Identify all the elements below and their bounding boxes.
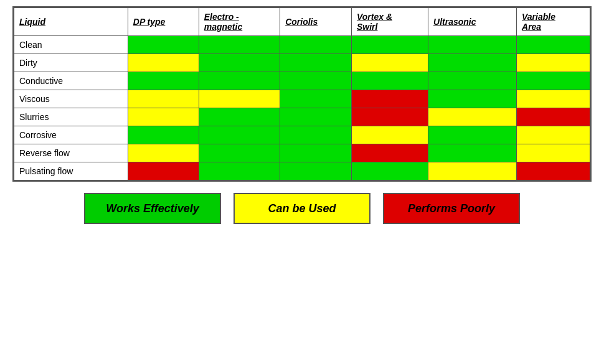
cell-2-0: [128, 72, 199, 90]
cell-4-5: [517, 108, 590, 126]
cell-1-3: [351, 54, 428, 72]
cell-5-2: [280, 126, 352, 144]
cell-0-0: [128, 36, 199, 54]
cell-6-1: [199, 144, 280, 162]
cell-0-1: [199, 36, 280, 54]
cell-1-2: [280, 54, 352, 72]
legend-performs-poorly: Performs Poorly: [383, 193, 520, 224]
header-cell-6: VariableArea: [517, 8, 590, 36]
cell-4-3: [351, 108, 428, 126]
cell-6-4: [428, 144, 517, 162]
cell-0-4: [428, 36, 517, 54]
cell-7-1: [199, 162, 280, 180]
main-table-container: LiquidDP typeElectro -magneticCoriolisVo…: [12, 6, 592, 182]
cell-0-2: [280, 36, 352, 54]
cell-1-5: [517, 54, 590, 72]
cell-3-0: [128, 90, 199, 108]
table-row: Pulsating flow: [14, 162, 590, 180]
legend-can-label: Can be Used: [268, 202, 336, 215]
cell-5-4: [428, 126, 517, 144]
table-row: Reverse flow: [14, 144, 590, 162]
cell-3-2: [280, 90, 352, 108]
cell-4-1: [199, 108, 280, 126]
cell-0-3: [351, 36, 428, 54]
legend-works-effectively: Works Effectively: [84, 193, 221, 224]
header-cell-3: Coriolis: [280, 8, 352, 36]
cell-2-3: [351, 72, 428, 90]
cell-7-2: [280, 162, 352, 180]
cell-7-0: [128, 162, 199, 180]
cell-6-3: [351, 144, 428, 162]
table-row: Viscous: [14, 90, 590, 108]
cell-5-1: [199, 126, 280, 144]
cell-2-2: [280, 72, 352, 90]
table-row: Corrosive: [14, 126, 590, 144]
cell-2-5: [517, 72, 590, 90]
cell-5-0: [128, 126, 199, 144]
legend: Works Effectively Can be Used Performs P…: [84, 193, 520, 224]
legend-can-be-used: Can be Used: [234, 193, 370, 224]
liquid-cell-5: Corrosive: [14, 126, 128, 144]
cell-3-3: [351, 90, 428, 108]
cell-4-4: [428, 108, 517, 126]
cell-2-4: [428, 72, 517, 90]
liquid-cell-3: Viscous: [14, 90, 128, 108]
table-row: Slurries: [14, 108, 590, 126]
cell-1-0: [128, 54, 199, 72]
header-cell-1: DP type: [128, 8, 199, 36]
cell-7-5: [517, 162, 590, 180]
cell-3-1: [199, 90, 280, 108]
legend-poor-label: Performs Poorly: [408, 202, 495, 215]
table-row: Dirty: [14, 54, 590, 72]
cell-2-1: [199, 72, 280, 90]
cell-4-2: [280, 108, 352, 126]
cell-0-5: [517, 36, 590, 54]
table-header-row: LiquidDP typeElectro -magneticCoriolisVo…: [14, 8, 590, 36]
cell-6-2: [280, 144, 352, 162]
legend-works-label: Works Effectively: [106, 202, 199, 215]
table-row: Clean: [14, 36, 590, 54]
cell-3-5: [517, 90, 590, 108]
header-cell-0: Liquid: [14, 8, 128, 36]
header-cell-4: Vortex &Swirl: [351, 8, 428, 36]
cell-5-3: [351, 126, 428, 144]
liquid-cell-6: Reverse flow: [14, 144, 128, 162]
liquid-cell-2: Conductive: [14, 72, 128, 90]
liquid-cell-7: Pulsating flow: [14, 162, 128, 180]
compatibility-table: LiquidDP typeElectro -magneticCoriolisVo…: [14, 7, 590, 180]
liquid-cell-0: Clean: [14, 36, 128, 54]
cell-7-4: [428, 162, 517, 180]
cell-1-1: [199, 54, 280, 72]
cell-3-4: [428, 90, 517, 108]
cell-6-0: [128, 144, 199, 162]
liquid-cell-4: Slurries: [14, 108, 128, 126]
cell-7-3: [351, 162, 428, 180]
header-cell-2: Electro -magnetic: [199, 8, 280, 36]
cell-5-5: [517, 126, 590, 144]
table-row: Conductive: [14, 72, 590, 90]
cell-1-4: [428, 54, 517, 72]
liquid-cell-1: Dirty: [14, 54, 128, 72]
cell-4-0: [128, 108, 199, 126]
header-cell-5: Ultrasonic: [428, 8, 517, 36]
cell-6-5: [517, 144, 590, 162]
